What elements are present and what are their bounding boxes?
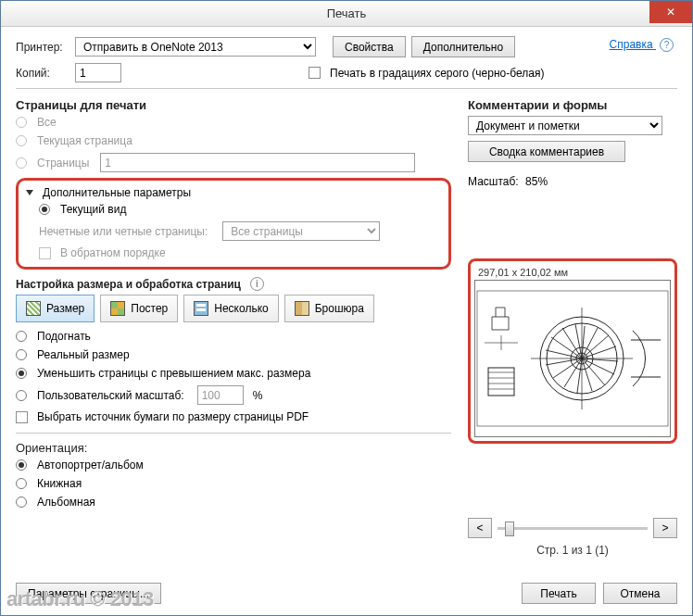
divider — [16, 88, 677, 89]
print-button[interactable]: Печать — [522, 583, 596, 604]
pages-range-input[interactable] — [100, 153, 415, 172]
slider-thumb[interactable] — [505, 522, 514, 536]
preview-canvas — [474, 280, 671, 437]
odd-even-label: Нечетные или четные страницы: — [39, 225, 208, 238]
size-icon — [26, 301, 41, 316]
printer-label: Принтер: — [16, 41, 69, 54]
copies-label: Копий: — [16, 67, 69, 80]
custom-scale-unit: % — [253, 389, 263, 402]
current-view-row: Текущий вид — [39, 203, 441, 216]
actual-radio[interactable] — [16, 349, 27, 360]
multiple-icon — [194, 301, 208, 316]
reverse-checkbox[interactable] — [39, 247, 51, 259]
reverse-label: В обратном порядке — [60, 246, 166, 259]
copies-row: Копий: Печать в градациях серого (черно-… — [16, 63, 677, 82]
pages-current-row: Текущая страница — [16, 134, 451, 147]
scale-value: 85% — [525, 175, 548, 188]
sizing-section-title: Настройка размера и обработка страниц — [16, 278, 241, 291]
orient-landscape-label: Альбомная — [37, 496, 95, 509]
help-link-label: Справка — [610, 38, 653, 51]
summarize-comments-button[interactable]: Сводка комментариев — [468, 141, 625, 162]
cancel-button[interactable]: Отмена — [603, 583, 677, 604]
printer-select[interactable]: Отправить в OneNote 2013 — [75, 37, 316, 57]
bottom-bar: Параметры страницы... Печать Отмена — [16, 583, 677, 604]
fit-radio[interactable] — [16, 331, 27, 342]
fit-row: Подогнать — [16, 330, 451, 343]
close-icon: ✕ — [666, 6, 675, 19]
tab-multiple[interactable]: Несколько — [183, 295, 278, 322]
page-indicator: Стр. 1 из 1 (1) — [468, 544, 677, 557]
pages-current-label: Текущая страница — [37, 134, 132, 147]
orientation-title: Ориентация: — [16, 441, 451, 455]
scale-label: Масштаб: — [468, 175, 519, 188]
properties-button[interactable]: Свойства — [333, 36, 406, 57]
odd-even-row: Нечетные или четные страницы: Все страни… — [39, 221, 441, 241]
right-column: Комментарии и формы Документ и пометки С… — [468, 91, 677, 557]
help-icon: ? — [660, 38, 674, 52]
pages-all-radio[interactable] — [16, 117, 27, 128]
current-view-label: Текущий вид — [60, 203, 126, 216]
copies-input[interactable] — [75, 63, 121, 82]
page-slider-row: < > — [468, 518, 677, 538]
page-next-button[interactable]: > — [653, 518, 677, 538]
info-icon[interactable]: i — [250, 277, 264, 291]
advanced-button[interactable]: Дополнительно — [411, 36, 515, 57]
orient-portrait-radio[interactable] — [16, 478, 27, 489]
page-setup-button[interactable]: Параметры страницы... — [16, 583, 161, 604]
tab-booklet[interactable]: Брошюра — [284, 295, 374, 322]
custom-scale-label: Пользовательский масштаб: — [37, 389, 184, 402]
expander-icon — [26, 190, 33, 195]
shrink-row: Уменьшить страницы с превышением макс. р… — [16, 367, 451, 380]
help-link[interactable]: Справка ? — [610, 38, 674, 52]
booklet-icon — [295, 301, 309, 316]
reverse-row: В обратном порядке — [39, 246, 441, 259]
paper-source-checkbox[interactable] — [16, 411, 28, 423]
orient-landscape-radio[interactable] — [16, 497, 27, 508]
custom-scale-row: Пользовательский масштаб: % — [16, 385, 451, 405]
divider — [16, 433, 451, 434]
odd-even-select[interactable]: Все страницы — [222, 221, 380, 241]
custom-scale-radio[interactable] — [16, 390, 27, 401]
fit-label: Подогнать — [37, 330, 91, 343]
preview-dimensions: 297,01 x 210,02 мм — [474, 265, 671, 280]
tab-size[interactable]: Размер — [16, 295, 94, 322]
pages-current-radio[interactable] — [16, 135, 27, 146]
paper-source-row: Выбрать источник бумаги по размеру стран… — [16, 410, 451, 423]
dialog-body: Справка ? Принтер: Отправить в OneNote 2… — [1, 27, 692, 615]
paper-source-label: Выбрать источник бумаги по размеру стран… — [37, 410, 309, 423]
poster-icon — [110, 301, 125, 316]
orient-landscape-row: Альбомная — [16, 496, 451, 509]
custom-scale-input[interactable] — [197, 385, 244, 405]
comments-select[interactable]: Документ и пометки — [468, 116, 662, 135]
orient-portrait-row: Книжная — [16, 477, 451, 490]
more-options-header[interactable]: Дополнительные параметры — [26, 186, 441, 199]
orient-auto-radio[interactable] — [16, 459, 27, 471]
print-dialog: Печать ✕ Справка ? Принтер: Отправить в … — [0, 0, 693, 616]
current-view-radio[interactable] — [39, 204, 50, 215]
window-title: Печать — [327, 6, 367, 20]
titlebar: Печать ✕ — [1, 1, 692, 27]
grayscale-label: Печать в градациях серого (черно-белая) — [330, 67, 544, 80]
pages-all-row: Все — [16, 116, 451, 129]
sizing-section-title-row: Настройка размера и обработка страниц i — [16, 277, 451, 291]
actual-label: Реальный размер — [37, 348, 130, 361]
orient-auto-row: Автопортрет/альбом — [16, 459, 451, 471]
pages-all-label: Все — [37, 116, 57, 129]
left-column: Страницы для печати Все Текущая страница… — [16, 91, 451, 557]
shrink-radio[interactable] — [16, 368, 27, 379]
page-prev-button[interactable]: < — [468, 518, 492, 538]
more-options-title: Дополнительные параметры — [43, 186, 191, 199]
printer-row: Принтер: Отправить в OneNote 2013 Свойст… — [16, 36, 677, 57]
pages-range-radio[interactable] — [16, 157, 27, 169]
pages-range-label: Страницы — [37, 157, 89, 170]
scale-row: Масштаб: 85% — [468, 175, 677, 188]
orient-portrait-label: Книжная — [37, 477, 82, 490]
tab-poster[interactable]: Постер — [100, 295, 178, 322]
preview-highlight: 297,01 x 210,02 мм — [468, 258, 677, 444]
zoom-slider[interactable] — [498, 527, 648, 530]
close-button[interactable]: ✕ — [649, 1, 692, 23]
preview-drawing — [475, 281, 670, 436]
sizing-toolbar: Размер Постер Несколько Брошюра — [16, 295, 451, 322]
actual-row: Реальный размер — [16, 348, 451, 361]
grayscale-checkbox[interactable] — [309, 67, 321, 79]
